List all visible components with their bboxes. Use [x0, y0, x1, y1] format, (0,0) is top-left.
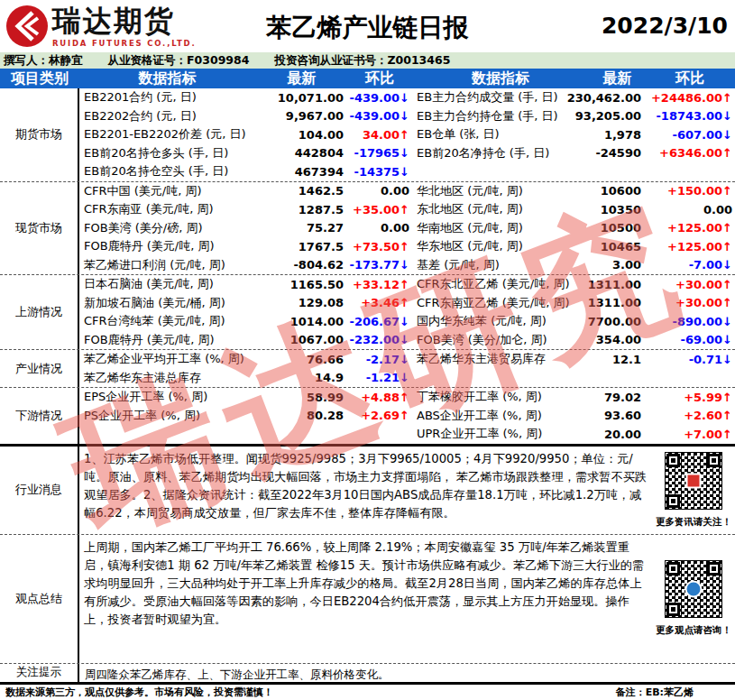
- qr-center-logo-icon: [685, 581, 703, 598]
- news-qr-code: [665, 452, 722, 510]
- indicator-name: CFR东南亚乙烯 (美元/吨, 周): [412, 294, 589, 313]
- indicator-value: 1462.5: [255, 182, 347, 201]
- table-section-1: 期货市场EB2201合约 (元, 日)10,071.00-439.00↓EB主力…: [0, 88, 735, 181]
- remark-text: 备注：EB:苯乙烯: [616, 686, 730, 699]
- indicator-value: 80.28: [255, 407, 347, 426]
- indicator-change: [645, 369, 735, 388]
- indicator-name: EPS企业开工率 (%, 周): [79, 388, 255, 407]
- qr-finder-icon: [707, 562, 721, 576]
- indicator-change: -1.21↓: [347, 369, 412, 388]
- indicator-name: CFR中国 (美元/吨, 周): [79, 182, 255, 201]
- indicator-name: 华东地区 (元/吨, 周): [412, 237, 589, 256]
- indicator-value: 7700.00: [589, 312, 645, 331]
- attention-tips-text: 周四隆众苯乙烯库存、上、下游企业开工率、原料价格变化。: [79, 664, 735, 682]
- news-qr-caption: 更多资讯请关注！: [656, 516, 731, 529]
- indicator-change: -439.00↓: [347, 88, 412, 107]
- indicator-value: [589, 162, 645, 181]
- byline-bar: 撰写人：林静宜 从业资格证号：F0309984 投资咨询从业证书号：Z00134…: [0, 52, 735, 69]
- indicator-name: 国内华东纯苯 (元/吨, 周): [412, 312, 589, 331]
- indicator-name: [79, 425, 255, 444]
- indicator-value: 93.60: [589, 407, 645, 426]
- column-header-change-1: 环比: [347, 69, 412, 88]
- indicator-value: [255, 425, 347, 444]
- indicator-change: -607.00↓: [645, 125, 735, 144]
- indicator-change: -17965↓: [347, 144, 412, 163]
- indicator-value: 467394: [255, 162, 347, 181]
- indicator-value: 75.27: [255, 219, 347, 238]
- indicator-name: FOB鹿特丹 (美元/吨, 周): [79, 331, 255, 350]
- column-header-indicator-1: 数据指标: [79, 69, 255, 88]
- indicator-name: ABS企业开工率 (%, 周): [412, 407, 589, 426]
- indicator-value: -804.62: [255, 256, 347, 275]
- indicator-change: -18743.00↓: [645, 107, 735, 126]
- indicator-value: 1067.00: [255, 331, 347, 350]
- report-header: 瑞达期货 RUIDA FUTURES CO.,LTD. 苯乙烯产业链日报 202…: [0, 0, 735, 52]
- indicator-value: 10600: [589, 182, 645, 201]
- category-label: 现货市场: [0, 182, 79, 275]
- disclaimer-text: 数据来源第三方，观点仅供参考。市场有风险，投资需谨慎！: [5, 686, 273, 699]
- indicator-value: 129.08: [255, 294, 347, 313]
- indicator-value: 442804: [255, 144, 347, 163]
- qr-finder-icon: [666, 562, 680, 576]
- column-header-indicator-2: 数据指标: [412, 69, 589, 88]
- summary-qr-code: [665, 560, 722, 618]
- table-section-2: 现货市场CFR中国 (美元/吨, 周)1462.50.00华北地区 (元/吨, …: [0, 181, 735, 275]
- indicator-value: 3.00: [589, 256, 645, 275]
- indicator-value: 10500: [589, 219, 645, 238]
- table-section-5: 下游情况EPS企业开工率 (%, 周)58.99+4.88↑丁苯橡胶开工率 (%…: [0, 387, 735, 444]
- table-section-3: 上游情况日本石脑油 (美元/吨, 周)1165.50+33.12↑CFR东北亚乙…: [0, 274, 735, 349]
- indicator-change: +2.60↑: [645, 407, 735, 426]
- report-date: 2022/3/10: [602, 13, 728, 39]
- indicator-change: -173.77↓: [347, 256, 412, 275]
- indicator-change: -7.00↓: [645, 256, 735, 275]
- indicator-change: -232.00↓: [347, 331, 412, 350]
- industry-news-label: 行业消息: [0, 447, 79, 534]
- indicator-value: 10350: [589, 200, 645, 219]
- indicator-change: +73.50↑: [347, 237, 412, 256]
- indicator-value: 1767.5: [255, 237, 347, 256]
- indicator-value: 1311.00: [589, 294, 645, 313]
- indicator-name: 苯乙烯进口利润 (元/吨, 周): [79, 256, 255, 275]
- indicator-change: 34.00↑: [347, 125, 412, 144]
- indicator-value: 58.99: [255, 388, 347, 407]
- indicator-value: 1165.50: [255, 275, 347, 294]
- column-header-category: 项目类别: [0, 69, 79, 88]
- indicator-name: EB前20名持仓多头 (手, 日): [79, 144, 255, 163]
- indicator-value: 20.00: [589, 425, 645, 444]
- indicator-change: 0.00: [347, 219, 412, 238]
- indicator-name: FOB美湾 (美分/磅, 周): [79, 219, 255, 238]
- indicator-name: CFR东南亚 (美元/吨, 周): [79, 200, 255, 219]
- indicator-change: +5.99↑: [645, 388, 735, 407]
- indicator-change: [645, 162, 735, 181]
- indicator-change: 0.00: [645, 200, 735, 219]
- indicator-name: [412, 162, 589, 181]
- indicator-name: 苯乙烯企业平均开工率 (%, 周): [79, 350, 255, 369]
- indicator-name: EB仓单 (张, 日): [412, 125, 589, 144]
- indicator-change: -2.17↓: [347, 350, 412, 369]
- indicator-change: 0.00: [347, 182, 412, 201]
- table-section-4: 产业情况苯乙烯企业平均开工率 (%, 周)76.66-2.17↓苯乙烯华东主港贸…: [0, 349, 735, 387]
- indicator-change: -69.00↓: [645, 331, 735, 350]
- indicator-change: +24486.00↑: [645, 88, 735, 107]
- indicator-change: [347, 425, 412, 444]
- indicator-value: 10465: [589, 237, 645, 256]
- attention-tips-section: 关注提示 周四隆众苯乙烯库存、上、下游企业开工率、原料价格变化。: [0, 663, 735, 682]
- indicator-change: -206.67↓: [347, 312, 412, 331]
- indicator-change: +2.69↑: [347, 407, 412, 426]
- indicator-name: 基差 (元/吨, 周): [412, 256, 589, 275]
- viewpoint-summary-label: 观点总结: [0, 535, 79, 663]
- indicator-name: 华北地区 (元/吨, 周): [412, 182, 589, 201]
- category-label: 期货市场: [0, 88, 79, 181]
- indicator-value: 230,462.00: [589, 88, 645, 107]
- indicator-change: -0.71↓: [645, 350, 735, 369]
- category-label: 上游情况: [0, 275, 79, 349]
- indicator-name: PS企业开工率 (%, 周): [79, 407, 255, 426]
- summary-qr-column: 更多观点请咨询！: [652, 535, 735, 663]
- indicator-change: +6346.00↑: [645, 144, 735, 163]
- summary-qr-caption: 更多观点请咨询！: [656, 624, 731, 637]
- indicator-name: EB前20名净持仓 (手, 日): [412, 144, 589, 163]
- viewpoint-summary-section: 观点总结 上周期，国内苯乙烯工厂平均开工 76.66%，较上周降 2.19%；本…: [0, 534, 735, 663]
- indicator-change: +125.00↑: [645, 219, 735, 238]
- qr-finder-icon: [707, 454, 721, 467]
- indicator-value: 104.00: [255, 125, 347, 144]
